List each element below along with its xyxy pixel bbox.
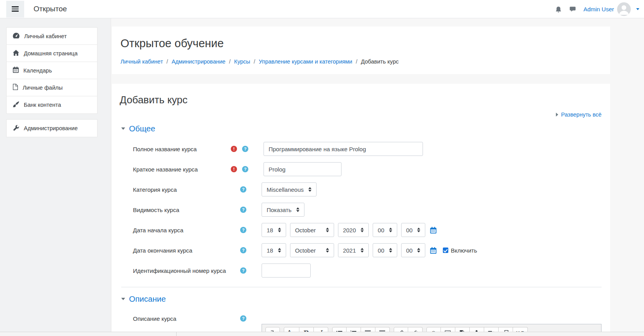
enddate-calendar-button[interactable]	[430, 247, 437, 254]
field-row-startdate: Дата начала курса ? 18 October 2020 00 0…	[120, 223, 602, 237]
sidebar-item-label: Банк контента	[24, 102, 61, 108]
sidebar-item-home[interactable]: Домашняя страница	[7, 45, 97, 62]
help-icon[interactable]: ?	[240, 315, 246, 322]
select-arrows-icon	[361, 248, 364, 253]
breadcrumb-link-administration[interactable]: Администрирование	[172, 58, 225, 65]
user-menu-name[interactable]: Admin User	[584, 6, 614, 12]
help-icon[interactable]: ?	[240, 186, 246, 193]
file-icon	[13, 84, 18, 91]
dashboard-icon	[13, 33, 19, 40]
section-general-header[interactable]: Общее	[121, 124, 602, 133]
select-arrows-icon	[389, 248, 392, 253]
messages-icon[interactable]	[566, 2, 580, 16]
startdate-year-select[interactable]: 2020	[338, 223, 369, 237]
user-menu-caret-icon[interactable]	[636, 8, 639, 10]
sidebar-item-dashboard[interactable]: Личный кабинет	[7, 28, 97, 45]
enddate-enable-checkbox[interactable]: Включить	[443, 247, 477, 254]
category-select[interactable]: Miscellaneous	[262, 182, 317, 196]
select-arrows-icon	[389, 228, 392, 232]
required-icon: !	[231, 146, 237, 152]
startdate-minute-select[interactable]: 00	[401, 223, 426, 237]
select-arrows-icon	[278, 228, 281, 232]
user-avatar[interactable]	[617, 2, 631, 16]
field-row-visibility: Видимость курса ? Показать	[120, 203, 602, 217]
field-row-fullname: Полное название курса ! ?	[120, 142, 602, 156]
brush-icon	[13, 101, 19, 109]
menu-toggle-button[interactable]	[6, 1, 24, 18]
caret-right-icon	[556, 113, 558, 117]
fullname-input[interactable]	[264, 142, 423, 156]
checkbox-checked-icon	[443, 248, 448, 253]
sidebar-item-label: Личный кабинет	[24, 33, 67, 39]
add-course-form-card: Добавить курс Развернуть всё Общее Полно…	[112, 84, 610, 336]
breadcrumb: Личный кабинет/ Администрирование/ Курсы…	[120, 58, 598, 65]
visibility-select[interactable]: Показать	[262, 203, 304, 217]
expand-all-link[interactable]: Развернуть всё	[556, 111, 602, 118]
form-title: Добавить курс	[120, 94, 602, 106]
enddate-month-select[interactable]: October	[290, 243, 334, 257]
nav-drawer: Личный кабинет Домашняя страница Календа…	[0, 18, 111, 336]
field-row-idnumber: Идентификационный номер курса ?	[120, 263, 602, 278]
idnumber-input[interactable]	[262, 263, 311, 278]
page-header-card: Открытое обучение Личный кабинет/ Админи…	[112, 27, 610, 74]
startdate-month-select[interactable]: October	[290, 223, 334, 237]
enddate-day-select[interactable]: 18	[262, 243, 286, 257]
calendar-icon	[13, 67, 19, 74]
wrench-icon	[13, 125, 19, 132]
enddate-year-select[interactable]: 2021	[338, 243, 369, 257]
select-arrows-icon	[278, 248, 281, 253]
breadcrumb-current: Добавить курс	[361, 58, 399, 65]
caret-down-icon	[121, 127, 125, 130]
sidebar-item-private-files[interactable]: Личные файлы	[7, 79, 97, 96]
help-icon[interactable]: ?	[240, 227, 246, 233]
calendar-icon	[430, 247, 437, 254]
sidebar-item-content-bank[interactable]: Банк контента	[7, 96, 97, 113]
breadcrumb-link-course-management[interactable]: Управление курсами и категориями	[259, 58, 352, 65]
field-row-shortname: Краткое название курса ! ?	[120, 162, 602, 176]
notifications-bell-icon[interactable]	[552, 2, 566, 16]
sidebar-item-calendar[interactable]: Календарь	[7, 62, 97, 79]
section-general-title: Общее	[129, 124, 155, 133]
breadcrumb-link-dashboard[interactable]: Личный кабинет	[120, 58, 163, 65]
site-title: Открытое	[34, 5, 67, 13]
section-divider	[121, 287, 602, 287]
help-icon[interactable]: ?	[240, 207, 246, 213]
bottom-divider	[176, 332, 177, 336]
sidebar-item-label: Администрирование	[24, 125, 78, 131]
startdate-calendar-button[interactable]	[430, 227, 437, 233]
field-row-category: Категория курса ? Miscellaneous	[120, 182, 602, 196]
startdate-label: Дата начала курса	[120, 227, 231, 233]
sidebar-item-label: Календарь	[23, 67, 52, 74]
enddate-label: Дата окончания курса	[120, 247, 231, 254]
select-arrows-icon	[417, 228, 420, 232]
bottom-strip	[0, 332, 644, 336]
enddate-hour-select[interactable]: 00	[373, 243, 397, 257]
enddate-minute-select[interactable]: 00	[401, 243, 426, 257]
startdate-hour-select[interactable]: 00	[373, 223, 397, 237]
drawer-admin-group: Администрирование	[6, 119, 97, 137]
shortname-label: Краткое название курса	[120, 166, 231, 173]
home-icon	[13, 50, 19, 57]
help-icon[interactable]: ?	[242, 146, 248, 152]
sidebar-item-label: Домашняя страница	[24, 50, 78, 57]
sidebar-item-administration[interactable]: Администрирование	[7, 120, 97, 137]
help-icon[interactable]: ?	[240, 267, 246, 274]
drawer-main-group: Личный кабинет Домашняя страница Календа…	[6, 27, 97, 114]
help-icon[interactable]: ?	[240, 247, 246, 253]
page-title: Открытое обучение	[120, 37, 598, 50]
description-label: Описание курса	[120, 312, 231, 322]
fullname-label: Полное название курса	[120, 146, 231, 152]
breadcrumb-link-courses[interactable]: Курсы	[234, 58, 250, 65]
required-icon: !	[231, 166, 237, 172]
select-arrows-icon	[326, 248, 329, 253]
sidebar-item-label: Личные файлы	[23, 85, 63, 91]
shortname-input[interactable]	[264, 162, 341, 176]
select-arrows-icon	[417, 248, 420, 253]
help-icon[interactable]: ?	[242, 166, 248, 172]
startdate-day-select[interactable]: 18	[262, 223, 286, 237]
section-description-header[interactable]: Описание	[121, 294, 602, 304]
idnumber-label: Идентификационный номер курса	[120, 267, 231, 274]
select-arrows-icon	[361, 228, 364, 232]
section-description-title: Описание	[129, 294, 166, 304]
visibility-label: Видимость курса	[120, 207, 231, 213]
